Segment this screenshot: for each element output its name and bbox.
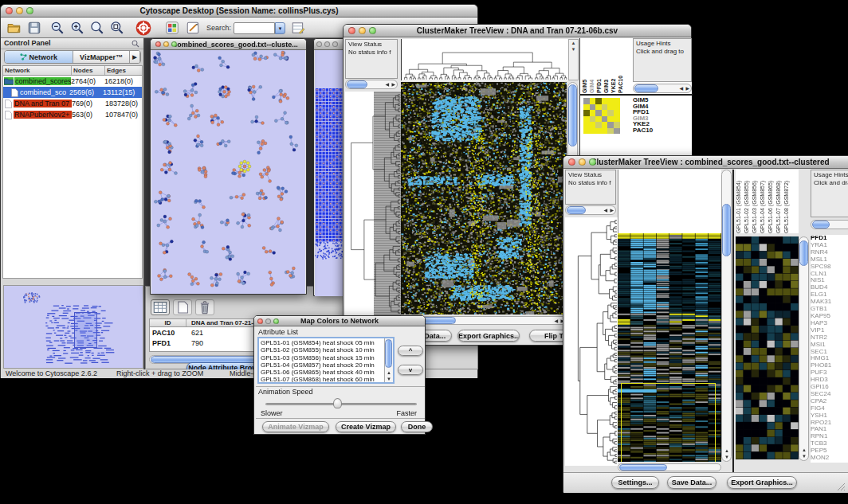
matrix-cell [602, 122, 608, 128]
minimize-button[interactable] [265, 318, 271, 324]
network-view-canvas[interactable] [151, 50, 305, 294]
network-row-dna-tran[interactable]: DNA and Tran 07 769(0) 183728(0) [3, 98, 142, 109]
tv2-status-scrollbar[interactable]: ◀▶ [565, 205, 616, 215]
matrix-cell [607, 98, 614, 104]
zoom-fit-icon[interactable] [110, 21, 124, 35]
annotation-icon[interactable] [186, 21, 200, 35]
zoom-button[interactable] [589, 158, 596, 166]
close-button[interactable] [6, 7, 13, 14]
main-titlebar[interactable]: Cytoscape Desktop (Session Name: collins… [1, 5, 477, 18]
table-view-icon[interactable] [151, 299, 170, 315]
tv2-usage-scrollbar[interactable] [811, 220, 848, 229]
network-row-combined-sco-selected[interactable]: combined_sco 2569(6) 13112(15) [3, 87, 142, 98]
close-button[interactable] [348, 27, 355, 34]
save-icon[interactable] [27, 21, 41, 35]
done-button[interactable]: Done [401, 421, 433, 432]
matrix-cell [602, 110, 608, 116]
id-column-header[interactable]: ID [150, 319, 186, 326]
attribute-list-vscrollbar[interactable] [384, 338, 393, 382]
matrix-cell [590, 116, 596, 123]
zoom-button[interactable] [369, 27, 376, 34]
close-button[interactable] [568, 158, 575, 166]
attribute-item[interactable]: GPL51-01 (GSM854) heat shock 05 min [261, 339, 379, 346]
close-button[interactable] [316, 41, 322, 47]
attribute-list-label: Attribute List [258, 328, 298, 336]
col-edges[interactable]: Edges [105, 66, 142, 75]
attribute-listbox[interactable]: GPL51-01 (GSM854) heat shock 05 minGPL51… [257, 337, 395, 384]
attribute-item[interactable]: GPL51-02 (GSM855) heat shock 10 min [261, 346, 379, 354]
search-input[interactable] [234, 22, 275, 34]
tv2-save-data-button[interactable]: Save Data... [667, 476, 716, 489]
tv1-heatmap[interactable] [401, 82, 567, 315]
matrix-cell [614, 98, 620, 104]
open-file-icon[interactable] [7, 21, 22, 35]
zoom-button[interactable] [273, 318, 279, 324]
gene-label[interactable]: MON2 [811, 455, 848, 462]
tv2-row-dendrogram[interactable] [565, 217, 618, 466]
resize-grip[interactable] [836, 482, 846, 491]
minimize-button[interactable] [359, 27, 366, 34]
network-window-2 [313, 38, 345, 296]
tv1-column-dendrogram[interactable] [401, 39, 569, 80]
control-panel-header: Control Panel [1, 38, 143, 49]
attribute-item[interactable]: GPL51-06 (GSM865) heat shock 40 min [261, 369, 379, 376]
tv2-zoom-vscrollbar[interactable]: ▲▼ [799, 236, 809, 461]
zoom-selected-icon[interactable] [90, 21, 104, 35]
desktop: { "colors": { "selection_blue": "#3b6fd4… [0, 0, 848, 504]
tv2-heatmap[interactable] [618, 233, 721, 462]
help-lifering-icon[interactable] [135, 20, 151, 36]
search-dropdown-button[interactable]: ▼ [275, 22, 285, 34]
matrix-cell [614, 104, 620, 111]
network-row-rnapuber[interactable]: RNAPuberNov2+ 563(0) 107847(0) [3, 109, 142, 120]
tab-overflow[interactable]: ▶ [130, 51, 140, 63]
animate-vizmap-button[interactable]: Animate Vizmap [262, 421, 329, 432]
network-view-canvas[interactable] [315, 50, 345, 296]
tv2-titlebar[interactable]: ClusterMaker TreeView : combined_scores_… [563, 156, 848, 169]
network-overview-navigator[interactable] [3, 285, 143, 369]
col-nodes[interactable]: Nodes [72, 66, 105, 75]
tv1-row-dendrogram[interactable] [345, 92, 401, 316]
tv2-zoomed-heatmap[interactable] [736, 236, 799, 459]
tv1-titlebar[interactable]: ClusterMaker TreeView : DNA and Tran 07-… [344, 25, 691, 37]
tv1-usage-scrollbar[interactable]: ◀▶ [633, 84, 692, 93]
tv1-export-graphics-button[interactable]: Export Graphics... [457, 330, 520, 342]
tab-vizmapper[interactable]: VizMapper™ [73, 51, 130, 63]
tv1-submatrix-heatmap[interactable] [583, 98, 620, 134]
tv1-status-scrollbar[interactable]: ◀▶ [345, 80, 398, 89]
minimize-button[interactable] [16, 7, 23, 14]
control-panel-title: Control Panel [4, 39, 51, 47]
zoom-out-icon[interactable] [50, 21, 65, 35]
matrix-cell [590, 122, 596, 128]
attribute-item[interactable]: GPL51-04 (GSM857) heat shock 20 min [261, 361, 379, 369]
tab-network[interactable]: Network [5, 51, 73, 63]
minimize-button[interactable] [579, 158, 586, 166]
new-attribute-icon[interactable] [173, 299, 192, 315]
zoom-button[interactable] [171, 41, 177, 47]
move-up-button[interactable]: ^ [398, 346, 423, 356]
close-button[interactable] [155, 41, 161, 47]
float-panel-icon[interactable] [132, 40, 139, 48]
zoom-button[interactable] [26, 7, 33, 14]
matrix-cell [607, 122, 614, 128]
attribute-item[interactable]: GPL51-07 (GSM868) heat shock 60 min [261, 376, 379, 383]
table-edit-icon[interactable] [291, 21, 305, 35]
speed-slider-thumb[interactable] [333, 398, 342, 408]
attribute-item[interactable]: GPL51-03 (GSM856) heat shock 15 min [261, 354, 379, 361]
minimize-button[interactable] [324, 41, 330, 47]
tv2-heatmap-vscrollbar[interactable]: ▲▼ [721, 170, 732, 462]
tv1-heatmap-hscrollbar[interactable]: ◀▶ [401, 316, 567, 325]
close-button[interactable] [257, 318, 263, 324]
col-network[interactable]: Network [3, 66, 72, 75]
tv2-heatmap-hscrollbar[interactable] [618, 463, 721, 471]
zoom-button[interactable] [332, 41, 338, 47]
move-down-button[interactable]: v [398, 365, 423, 375]
tv2-settings-button[interactable]: Settings... [611, 476, 659, 489]
zoom-in-icon[interactable] [70, 21, 84, 35]
minimize-button[interactable] [163, 41, 169, 47]
tv2-export-graphics-button[interactable]: Export Graphics... [727, 476, 797, 489]
delete-attribute-trash-icon[interactable] [195, 299, 214, 315]
tv1-corner-arrows[interactable]: ▲▼ [568, 39, 579, 80]
network-row-combined-scores[interactable]: combined_scores 2764(0) 16218(0) [3, 76, 142, 87]
vizmapper-grid-icon[interactable] [165, 21, 179, 35]
create-vizmap-button[interactable]: Create Vizmap [336, 421, 396, 432]
